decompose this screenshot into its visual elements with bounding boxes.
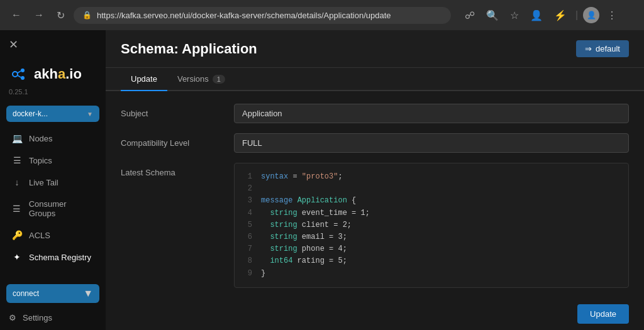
compatibility-input[interactable] (234, 133, 629, 153)
svg-line-4 (18, 75, 21, 77)
schema-code-block: 1 syntax = "proto3"; 2 3 message Applica… (234, 163, 629, 288)
nodes-label: Nodes (29, 134, 53, 143)
logo-svg-icon (9, 64, 29, 84)
consumer-groups-label: Consumer Groups (29, 199, 94, 218)
cluster-name: docker-k... (13, 109, 48, 118)
connect-dropdown-icon: ▼ (83, 288, 93, 299)
line-code-9: } (261, 268, 265, 280)
line-num-3: 3 (242, 195, 252, 207)
acls-icon: 🔑 (11, 230, 23, 240)
line-code-4: string event_time = 1; (261, 207, 370, 219)
browser-chrome: ← → ↻ 🔒 ☍ 🔍 ☆ 👤 ⚡ | 👤 ⋮ (0, 0, 644, 30)
code-line-7: 7 string phone = 4; (242, 243, 621, 255)
default-btn-label: default (596, 44, 620, 53)
code-line-3: 3 message Application { (242, 195, 621, 207)
nodes-icon: 💻 (11, 133, 23, 143)
sidebar-item-settings[interactable]: ⚙ Settings (0, 308, 106, 330)
line-num-8: 8 (242, 255, 252, 267)
subject-input[interactable] (234, 104, 629, 123)
schema-registry-icon: ✦ (11, 252, 23, 262)
bookmark-icon[interactable]: ☆ (506, 7, 523, 24)
page-footer: Update (106, 298, 644, 330)
line-code-3: message Application { (261, 195, 356, 207)
code-line-5: 5 string client = 2; (242, 219, 621, 231)
subject-label: Subject (121, 104, 234, 118)
avatar[interactable]: 👤 (583, 7, 599, 23)
menu-icon[interactable]: ⋮ (603, 7, 621, 24)
cluster-dropdown-icon: ▼ (87, 111, 93, 118)
topics-icon: ☰ (11, 155, 23, 165)
line-code-6: string email = 3; (261, 231, 347, 243)
extension-icon[interactable]: ⚡ (550, 7, 570, 24)
versions-badge: 1 (213, 75, 225, 84)
sidebar-item-schema-registry[interactable]: ✦ Schema Registry (3, 246, 103, 268)
line-code-2 (261, 183, 265, 195)
address-bar[interactable]: 🔒 (74, 7, 451, 24)
back-button[interactable]: ← (8, 7, 25, 23)
acls-label: ACLS (29, 231, 50, 240)
page-header: Schema: Application ⇒ default (106, 30, 644, 68)
code-line-8: 8 int64 rating = 5; (242, 255, 621, 267)
profile-icon[interactable]: 👤 (526, 7, 547, 24)
sidebar-close-button[interactable]: ✕ (9, 38, 18, 52)
sidebar-item-acls[interactable]: 🔑 ACLS (3, 224, 103, 246)
svg-line-3 (18, 71, 21, 73)
code-line-4: 4 string event_time = 1; (242, 207, 621, 219)
compatibility-row: Compatibility Level (121, 133, 629, 153)
topics-label: Topics (29, 156, 52, 165)
sidebar-nav: 💻 Nodes ☰ Topics ↓ Live Tail ☰ Consumer … (0, 127, 106, 279)
line-num-7: 7 (242, 243, 252, 255)
subject-row: Subject (121, 104, 629, 123)
sidebar-item-nodes[interactable]: 💻 Nodes (3, 128, 103, 149)
settings-icon: ⚙ (9, 313, 16, 322)
live-tail-icon: ↓ (11, 177, 23, 187)
line-num-5: 5 (242, 219, 252, 231)
code-line-1: 1 syntax = "proto3"; (242, 171, 621, 183)
sidebar-item-live-tail[interactable]: ↓ Live Tail (3, 172, 103, 193)
translate-icon[interactable]: ☍ (461, 7, 479, 24)
search-icon[interactable]: 🔍 (482, 7, 502, 24)
svg-point-1 (21, 69, 25, 72)
line-num-9: 9 (242, 268, 252, 280)
line-num-1: 1 (242, 171, 252, 183)
sidebar-logo: akha.io (0, 59, 106, 87)
code-editor[interactable]: 1 syntax = "proto3"; 2 3 message Applica… (234, 163, 629, 288)
tab-versions[interactable]: Versions 1 (167, 68, 235, 91)
connect-selector[interactable]: connect ▼ (6, 284, 99, 303)
connect-section: connect ▼ (6, 284, 99, 303)
reload-button[interactable]: ↻ (53, 7, 69, 24)
lock-icon: 🔒 (82, 11, 92, 19)
app-layout: ✕ akha.io 0.25.1 docker-k... ▼ 💻 Nodes (0, 30, 644, 330)
url-input[interactable] (97, 11, 442, 20)
tab-update[interactable]: Update (121, 68, 167, 91)
update-button[interactable]: Update (577, 304, 629, 324)
forward-button[interactable]: → (30, 7, 48, 23)
line-num-6: 6 (242, 231, 252, 243)
line-code-7: string phone = 4; (261, 243, 347, 255)
connect-label: connect (13, 289, 39, 298)
line-code-5: string client = 2; (261, 219, 352, 231)
line-num-4: 4 (242, 207, 252, 219)
line-num-2: 2 (242, 183, 252, 195)
sidebar: ✕ akha.io 0.25.1 docker-k... ▼ 💻 Nodes (0, 30, 106, 330)
separator: | (575, 9, 578, 21)
consumer-groups-icon: ☰ (11, 204, 23, 214)
compatibility-value (234, 133, 629, 153)
default-btn-icon: ⇒ (585, 44, 592, 53)
code-line-9: 9 } (242, 268, 621, 280)
sidebar-item-topics[interactable]: ☰ Topics (3, 150, 103, 171)
sidebar-close-area: ✕ (0, 30, 106, 59)
sidebar-version: 0.25.1 (0, 87, 106, 103)
page-title: Schema: Application (121, 41, 257, 57)
cluster-selector[interactable]: docker-k... ▼ (6, 106, 99, 122)
tab-update-label: Update (131, 74, 157, 84)
form-area: Subject Compatibility Level Latest Schem… (106, 91, 644, 298)
default-button[interactable]: ⇒ default (576, 40, 629, 57)
sidebar-item-consumer-groups[interactable]: ☰ Consumer Groups (3, 194, 103, 224)
tabs-bar: Update Versions 1 (106, 68, 644, 91)
compatibility-label: Compatibility Level (121, 133, 234, 148)
code-line-2: 2 (242, 183, 621, 195)
line-code-8: int64 rating = 5; (261, 255, 347, 267)
live-tail-label: Live Tail (29, 178, 58, 187)
svg-point-2 (21, 76, 25, 80)
